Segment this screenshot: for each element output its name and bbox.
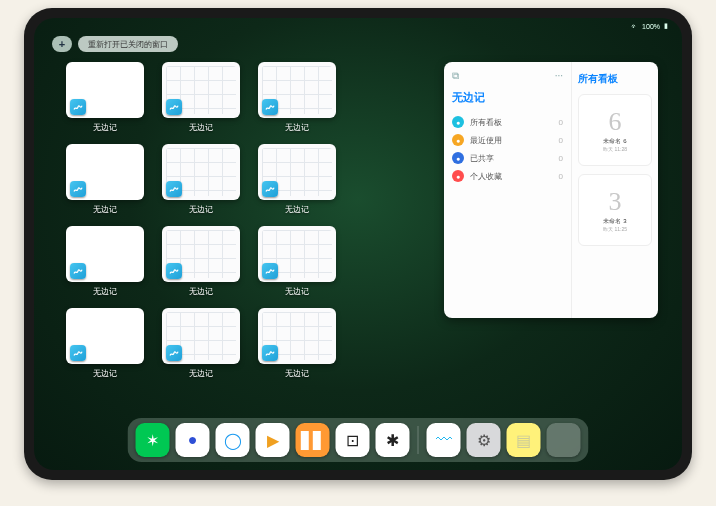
panel-title: 无边记 xyxy=(452,90,565,105)
window-thumbnail[interactable]: 无边记 xyxy=(258,144,336,220)
dock-app-books[interactable]: ▋▋ xyxy=(296,423,330,457)
sidebar-item[interactable]: ●个人收藏0 xyxy=(450,167,565,185)
window-thumbnail[interactable]: 无边记 xyxy=(162,62,240,138)
window-thumbnail[interactable]: 无边记 xyxy=(66,226,144,302)
thumbnail-label: 无边记 xyxy=(189,122,213,133)
sidebar-item-count: 0 xyxy=(559,154,563,163)
freeform-app-icon xyxy=(70,181,86,197)
thumbnail-label: 无边记 xyxy=(285,122,309,133)
thumbnail-label: 无边记 xyxy=(189,204,213,215)
sidebar-item-label: 所有看板 xyxy=(470,117,502,128)
thumbnail-label: 无边记 xyxy=(93,286,117,297)
dock-app-notes[interactable]: ▤ xyxy=(507,423,541,457)
thumbnail-label: 无边记 xyxy=(189,368,213,379)
thumbnail-label: 无边记 xyxy=(189,286,213,297)
dock-app-wechat[interactable]: ✶ xyxy=(136,423,170,457)
window-thumbnail[interactable]: 无边记 xyxy=(258,62,336,138)
freeform-app-icon xyxy=(262,345,278,361)
thumbnail-label: 无边记 xyxy=(285,204,309,215)
freeform-app-icon xyxy=(166,99,182,115)
board-caption: 未命名 3 xyxy=(603,217,626,226)
dock-app-freeform[interactable]: 〰 xyxy=(427,423,461,457)
sidebar-item-count: 0 xyxy=(559,136,563,145)
category-icon: ● xyxy=(452,116,464,128)
thumbnail-label: 无边记 xyxy=(93,122,117,133)
status-bar: ᯤ 100% ▮ xyxy=(34,18,682,32)
sidebar-item[interactable]: ●已共享0 xyxy=(450,149,565,167)
thumbnail-label: 无边记 xyxy=(93,204,117,215)
home-screen: ᯤ 100% ▮ + 重新打开已关闭的窗口 无边记无边记无边记无边记无边记无边记… xyxy=(34,18,682,470)
top-controls: + 重新打开已关闭的窗口 xyxy=(52,36,178,52)
sidebar-item-label: 已共享 xyxy=(470,153,494,164)
window-thumbnail[interactable]: 无边记 xyxy=(258,308,336,384)
window-thumbnail[interactable]: 无边记 xyxy=(162,226,240,302)
category-icon: ● xyxy=(452,134,464,146)
board-sketch: 3 xyxy=(609,189,622,215)
dock-app-library[interactable] xyxy=(547,423,581,457)
freeform-app-icon xyxy=(262,181,278,197)
freeform-app-icon xyxy=(166,181,182,197)
sidebar-item-count: 0 xyxy=(559,118,563,127)
window-thumbnail-grid: 无边记无边记无边记无边记无边记无边记无边记无边记无边记无边记无边记无边记 xyxy=(66,62,432,412)
category-icon: ● xyxy=(452,170,464,182)
freeform-app-icon xyxy=(262,263,278,279)
window-thumbnail[interactable]: 无边记 xyxy=(258,226,336,302)
board-caption: 未命名 6 xyxy=(603,137,626,146)
dock-app-browser-1[interactable]: ● xyxy=(176,423,210,457)
window-thumbnail[interactable]: 无边记 xyxy=(66,144,144,220)
freeform-app-icon xyxy=(166,345,182,361)
wifi-icon: ᯤ xyxy=(631,23,638,30)
freeform-app-icon xyxy=(166,263,182,279)
battery-text: 100% xyxy=(642,23,660,30)
thumbnail-label: 无边记 xyxy=(285,368,309,379)
board-subcaption: 昨天 11:28 xyxy=(603,146,627,152)
dock-app-dice[interactable]: ⊡ xyxy=(336,423,370,457)
dock-separator xyxy=(418,426,419,454)
battery-icon: ▮ xyxy=(664,22,668,30)
sidebar-item-label: 最近使用 xyxy=(470,135,502,146)
board-preview[interactable]: 3未命名 3昨天 11:25 xyxy=(578,174,652,246)
dock-app-browser-2[interactable]: ◯ xyxy=(216,423,250,457)
window-thumbnail[interactable]: 无边记 xyxy=(162,308,240,384)
sidebar-item-count: 0 xyxy=(559,172,563,181)
ipad-frame: ᯤ 100% ▮ + 重新打开已关闭的窗口 无边记无边记无边记无边记无边记无边记… xyxy=(24,8,692,480)
sidebar-item-label: 个人收藏 xyxy=(470,171,502,182)
window-thumbnail[interactable]: 无边记 xyxy=(162,144,240,220)
dock: ✶●◯▶▋▋⊡✱〰⚙▤ xyxy=(128,418,589,462)
add-button[interactable]: + xyxy=(52,36,72,52)
freeform-panel[interactable]: ⧉ ··· 无边记 ●所有看板0●最近使用0●已共享0●个人收藏0 所有看板 6… xyxy=(444,62,658,318)
freeform-app-icon xyxy=(70,99,86,115)
board-sketch: 6 xyxy=(609,109,622,135)
board-preview[interactable]: 6未命名 6昨天 11:28 xyxy=(578,94,652,166)
category-icon: ● xyxy=(452,152,464,164)
freeform-app-icon xyxy=(70,263,86,279)
thumbnail-label: 无边记 xyxy=(93,368,117,379)
sidebar-icon[interactable]: ⧉ xyxy=(452,70,459,82)
sidebar-item[interactable]: ●最近使用0 xyxy=(450,131,565,149)
dock-app-connect[interactable]: ✱ xyxy=(376,423,410,457)
freeform-app-icon xyxy=(262,99,278,115)
reopen-closed-window-button[interactable]: 重新打开已关闭的窗口 xyxy=(78,36,178,52)
thumbnail-label: 无边记 xyxy=(285,286,309,297)
panel-subtitle: 所有看板 xyxy=(578,72,652,86)
freeform-app-icon xyxy=(70,345,86,361)
sidebar-item[interactable]: ●所有看板0 xyxy=(450,113,565,131)
dock-app-settings[interactable]: ⚙ xyxy=(467,423,501,457)
window-thumbnail[interactable]: 无边记 xyxy=(66,62,144,138)
more-icon[interactable]: ··· xyxy=(555,70,563,82)
window-thumbnail[interactable]: 无边记 xyxy=(66,308,144,384)
board-subcaption: 昨天 11:25 xyxy=(603,226,627,232)
dock-app-play[interactable]: ▶ xyxy=(256,423,290,457)
